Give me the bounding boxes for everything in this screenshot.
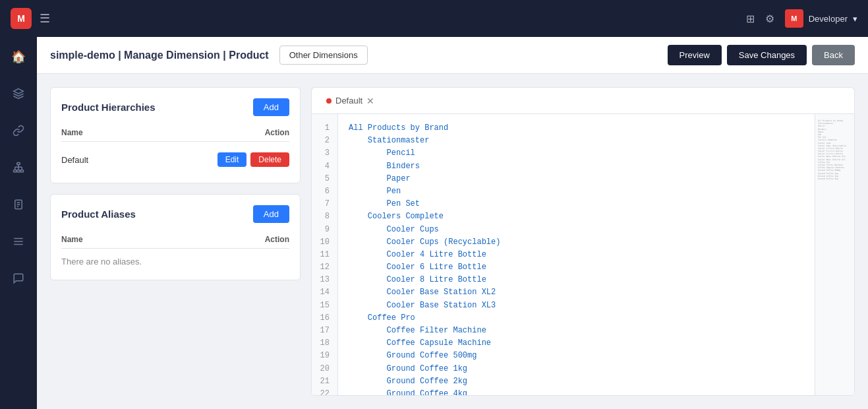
content-area: Product Hierarchies Add Name Action Defa… <box>37 74 868 409</box>
delete-hierarchy-button[interactable]: Delete <box>250 152 289 167</box>
line-number: 9 <box>317 224 332 236</box>
code-line: Pen <box>349 185 804 198</box>
svg-rect-0 <box>17 163 20 165</box>
sidebar-item-chat[interactable] <box>7 267 30 290</box>
sidebar-item-link[interactable] <box>7 119 30 142</box>
editor-area[interactable]: 12345678910111213141516171819202122 All … <box>311 113 855 396</box>
tab-dot <box>326 98 332 104</box>
app-logo: M <box>11 8 32 29</box>
code-line: Ground Coffee 1kg <box>349 363 804 375</box>
main-content: simple-demo | Manage Dimension | Product… <box>37 37 868 409</box>
line-number: 17 <box>317 325 332 337</box>
save-changes-button[interactable]: Save Changes <box>727 45 807 65</box>
tab-bar: Default ✕ <box>311 87 855 113</box>
other-dimensions-button[interactable]: Other Dimensions <box>279 46 368 65</box>
minimap: All Products by Brand Stationmaster Penc… <box>815 114 854 395</box>
hamburger-icon[interactable]: ☰ <box>40 11 50 26</box>
code-line: Pen Set <box>349 198 804 210</box>
minimap-content: All Products by Brand Stationmaster Penc… <box>818 119 852 180</box>
product-hierarchies-section: Product Hierarchies Add Name Action Defa… <box>50 87 301 183</box>
code-line: Cooler Cups (Recyclable) <box>349 236 804 249</box>
aliases-title: Product Aliases <box>61 208 136 220</box>
line-number: 19 <box>317 350 332 362</box>
editor-panel: Default ✕ 123456789101112131415161718192… <box>311 87 855 396</box>
code-line: Cooler 4 Litre Bottle <box>349 249 804 261</box>
name-column-header: Name <box>61 128 83 137</box>
code-line: Pencil <box>349 147 804 160</box>
line-number: 21 <box>317 375 332 388</box>
code-line: Cooler Cups <box>349 224 804 236</box>
line-number: 4 <box>317 160 332 173</box>
hierarchy-name: Default <box>61 155 88 165</box>
line-number: 20 <box>317 363 332 375</box>
tab-close-icon[interactable]: ✕ <box>366 96 374 106</box>
tab-default[interactable]: Default ✕ <box>320 92 381 110</box>
code-content[interactable]: All Products by Brand Stationmaster Penc… <box>338 114 815 395</box>
line-number: 22 <box>317 388 332 396</box>
back-button[interactable]: Back <box>812 45 855 65</box>
line-number: 15 <box>317 299 332 312</box>
hierarchies-header: Product Hierarchies Add <box>61 98 289 116</box>
line-number: 8 <box>317 210 332 223</box>
line-number: 2 <box>317 135 332 147</box>
edit-hierarchy-button[interactable]: Edit <box>217 152 247 167</box>
header-actions: Preview Save Changes Back <box>668 45 855 65</box>
page-title: simple-demo | Manage Dimension | Product <box>50 49 269 61</box>
preview-button[interactable]: Preview <box>668 45 722 65</box>
tab-label: Default <box>335 96 362 106</box>
code-line: Cooler Base Station XL2 <box>349 286 804 299</box>
code-line: Cooler 6 Litre Bottle <box>349 261 804 274</box>
sidebar-item-clipboard[interactable] <box>7 193 30 216</box>
line-number: 11 <box>317 249 332 261</box>
line-number: 14 <box>317 286 332 299</box>
sidebar-item-layers[interactable] <box>7 82 30 106</box>
line-number: 18 <box>317 337 332 350</box>
nav-left: M ☰ <box>11 8 50 29</box>
code-line: Cooler 8 Litre Bottle <box>349 274 804 286</box>
sidebar-item-hierarchy[interactable] <box>7 156 30 179</box>
hierarchies-table-header: Name Action <box>61 124 289 142</box>
code-line: Ground Coffee 2kg <box>349 375 804 388</box>
line-number: 16 <box>317 312 332 325</box>
line-number: 6 <box>317 185 332 198</box>
table-row: Default Edit Delete <box>61 147 289 172</box>
line-number: 10 <box>317 236 332 249</box>
sidebar-item-data[interactable] <box>7 230 30 253</box>
line-number: 7 <box>317 198 332 210</box>
code-line: Coolers Complete <box>349 210 804 223</box>
code-line: All Products by Brand <box>349 122 804 135</box>
user-menu[interactable]: M Developer ▾ <box>785 9 857 28</box>
line-numbers: 12345678910111213141516171819202122 <box>312 114 338 395</box>
svg-rect-3 <box>20 170 24 172</box>
aliases-table-header: Name Action <box>61 231 289 249</box>
grid-icon[interactable]: ⊞ <box>746 13 755 25</box>
code-line: Paper <box>349 173 804 185</box>
line-number: 13 <box>317 274 332 286</box>
hierarchies-title: Product Hierarchies <box>61 102 156 113</box>
no-aliases-text: There are no aliases. <box>61 254 289 269</box>
line-number: 12 <box>317 261 332 274</box>
code-line: Coffee Filter Machine <box>349 325 804 337</box>
code-line: Coffee Capsule Machine <box>349 337 804 350</box>
left-panel: Product Hierarchies Add Name Action Defa… <box>50 87 301 396</box>
code-line: Ground Coffee 500mg <box>349 350 804 362</box>
aliases-header: Product Aliases Add <box>61 205 289 223</box>
sidebar-item-home[interactable]: 🏠 <box>7 45 30 69</box>
action-column-header: Action <box>265 128 289 137</box>
code-line: Cooler Base Station XL3 <box>349 299 804 312</box>
user-label: Developer <box>809 14 848 24</box>
row-actions: Edit Delete <box>217 152 289 167</box>
main-layout: 🏠 simple-demo | Manage Dimension | Produ… <box>0 37 868 409</box>
code-line: Stationmaster <box>349 135 804 147</box>
svg-rect-2 <box>17 170 20 172</box>
settings-icon[interactable]: ⚙ <box>765 13 774 25</box>
chevron-down-icon: ▾ <box>853 14 857 24</box>
header-bar: simple-demo | Manage Dimension | Product… <box>37 37 868 74</box>
add-alias-button[interactable]: Add <box>253 205 289 223</box>
user-logo: M <box>785 9 803 28</box>
nav-right: ⊞ ⚙ M Developer ▾ <box>746 9 857 28</box>
add-hierarchy-button[interactable]: Add <box>253 98 289 116</box>
line-number: 5 <box>317 173 332 185</box>
alias-name-col: Name <box>61 235 83 244</box>
code-line: Binders <box>349 160 804 173</box>
